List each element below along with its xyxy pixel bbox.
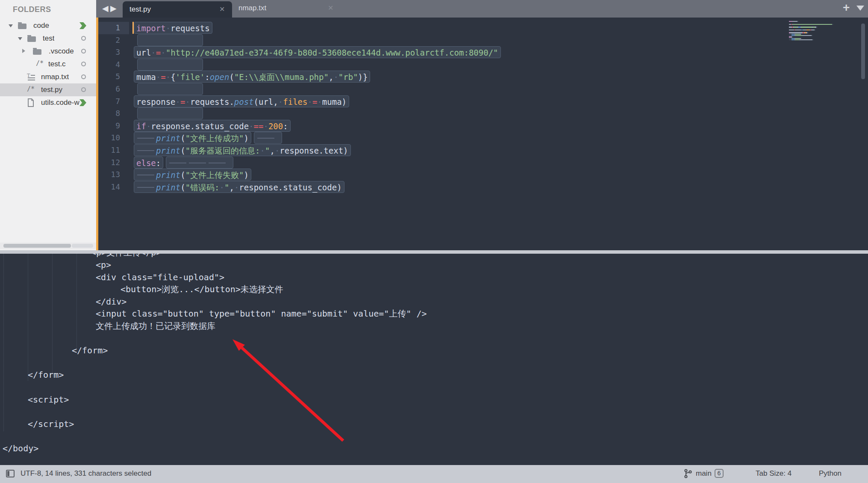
code-line[interactable]: [134, 83, 203, 95]
tab-size-status[interactable]: Tab Size: 4: [756, 469, 791, 478]
sidebar: FOLDERS codetest.vscode/*test.cTnmap.txt…: [0, 0, 96, 250]
disclosure-caret-icon[interactable]: [9, 24, 13, 27]
tab-bar: ◀ ▶ test.py ✕ nmap.txt ✕ +: [96, 0, 868, 18]
tab-overflow-menu-icon[interactable]: [856, 6, 864, 11]
close-icon[interactable]: ✕: [219, 5, 225, 13]
code-line[interactable]: [134, 34, 203, 46]
indent-guide: [28, 254, 28, 381]
text-caret: [132, 22, 134, 34]
tab-whitespace-marker: [136, 132, 156, 143]
sidebar-item-nmap-txt[interactable]: Tnmap.txt: [0, 71, 96, 83]
indent-guide: [77, 254, 77, 353]
folders-header: FOLDERS: [13, 5, 51, 14]
branch-count-badge: 6: [715, 469, 724, 478]
code-line[interactable]: muma·=·{'file':open("E:\\桌面\\muma.php",·…: [134, 71, 370, 83]
sidebar-item-label: nmap.txt: [41, 73, 69, 81]
folder-icon: [27, 36, 36, 42]
minimap-token: [795, 39, 799, 40]
sidebar-item-utils-code-w[interactable]: utils.code-w: [0, 96, 96, 109]
tab-test-py[interactable]: test.py ✕: [123, 1, 232, 18]
bottom-code-line-partial: <p>文件上传</p>: [91, 254, 161, 258]
sidebar-item-label: test.py: [41, 86, 62, 94]
sidebar-hscrollbar-thumb[interactable]: [3, 244, 71, 248]
code-line[interactable]: print("错误码:·",·response.status_code): [134, 181, 344, 193]
minimap-token: [801, 27, 812, 27]
sidebar-item-test[interactable]: test: [0, 32, 96, 45]
new-tab-button[interactable]: +: [843, 1, 850, 15]
sidebar-item-label: utils.code-w: [41, 98, 79, 107]
bottom-code-line[interactable]: <p>: [96, 259, 111, 271]
sidebar-item-test-py[interactable]: /*test.py: [0, 83, 96, 96]
unsaved-indicator-icon: [81, 49, 86, 53]
selection-box: [137, 107, 203, 119]
sidebar-item-test-c[interactable]: /*test.c: [0, 58, 96, 71]
syntax-status[interactable]: Python: [819, 469, 842, 478]
bottom-code-line[interactable]: <div class="file-upload">: [96, 271, 224, 283]
code-line[interactable]: print("文件上传成功"): [134, 132, 282, 144]
source-file-icon: /*: [36, 59, 44, 67]
selection-box: if·response.status_code·==·200:: [134, 120, 291, 132]
folder-icon: [18, 24, 26, 29]
line-number: 12: [99, 157, 120, 169]
line-number: 11: [99, 144, 120, 156]
line-number: 10: [99, 132, 120, 144]
tab-whitespace-marker: [136, 169, 156, 180]
line-number: 1: [99, 22, 120, 34]
sidebar-item-code[interactable]: code: [0, 19, 96, 32]
tab-nmap-txt[interactable]: nmap.txt ✕: [237, 0, 340, 18]
code-line[interactable]: import·requests: [134, 22, 212, 34]
goto-arrow-icon: [79, 22, 87, 31]
pane-divider[interactable]: [0, 250, 868, 254]
minimap-token: [800, 34, 801, 35]
bottom-code-line[interactable]: </div>: [96, 296, 127, 308]
git-branch-status[interactable]: main 6: [684, 468, 692, 481]
editor-pane[interactable]: 1234567891011121314 import·requestsurl·=…: [96, 18, 868, 250]
bottom-code-line[interactable]: </script>: [28, 418, 74, 430]
code-line[interactable]: print("文件上传失败"): [134, 169, 251, 181]
tab-whitespace-marker: [188, 157, 208, 168]
selection-box: print("文件上传成功"): [134, 132, 251, 144]
minimap-line: [789, 24, 833, 25]
bottom-code-line[interactable]: 文件上传成功！已记录到数据库: [96, 320, 215, 332]
code-line[interactable]: print("服务器返回的信息:·",·response.text): [134, 144, 351, 156]
line-number: 7: [99, 95, 120, 107]
code-line[interactable]: else:: [134, 157, 233, 169]
minimap[interactable]: [789, 21, 839, 43]
bottom-code-line[interactable]: <input class="button" type="button" name…: [96, 308, 427, 320]
code-line[interactable]: url·=·"http://e40a71ed-e374-46f9-b80d-53…: [134, 46, 501, 58]
nav-forward-icon[interactable]: ▶: [110, 3, 117, 13]
minimap-line: [789, 21, 799, 22]
sidebar-hscrollbar-thumb-secondary: [72, 244, 93, 248]
document-icon: [27, 98, 35, 109]
minimap-line: [789, 38, 802, 39]
minimap-token: [795, 35, 802, 36]
minimap-line: [789, 27, 818, 27]
minimap-line: [789, 30, 816, 30]
disclosure-caret-icon[interactable]: [22, 49, 25, 53]
sidebar-hscrollbar[interactable]: [0, 243, 96, 249]
bottom-code-line[interactable]: </form>: [28, 369, 64, 381]
text-file-icon: T: [27, 73, 35, 83]
bottom-code-line[interactable]: </body>: [3, 442, 38, 454]
selection-status: UTF-8, 14 lines, 331 characters selected: [21, 469, 151, 478]
minimap-token: [795, 30, 801, 30]
code-line[interactable]: [134, 107, 203, 119]
minimap-token: [811, 30, 815, 30]
line-number: 8: [99, 107, 120, 119]
code-line[interactable]: response·=·requests.post(url,·files·=·mu…: [134, 95, 349, 107]
code-line[interactable]: if·response.status_code·==·200:: [134, 120, 291, 132]
bottom-code-line[interactable]: </form>: [72, 344, 108, 356]
gutter-modified-bar: [96, 18, 98, 250]
minimap-token: [789, 30, 794, 30]
bottom-editor-pane[interactable]: <p>文件上传</p><p><div class="file-upload"><…: [0, 254, 868, 465]
bottom-code-line[interactable]: <button>浏览...</button>未选择文件: [121, 283, 283, 295]
editor-vscrollbar-thumb[interactable]: [861, 24, 865, 79]
bottom-code-line[interactable]: <script>: [28, 394, 69, 406]
code-line[interactable]: [134, 59, 203, 71]
minimap-line: [789, 32, 809, 33]
sidebar-item--vscode[interactable]: .vscode: [0, 45, 96, 58]
nav-back-icon[interactable]: ◀: [102, 3, 109, 13]
panel-toggle-icon[interactable]: [6, 470, 15, 477]
disclosure-caret-icon[interactable]: [18, 37, 22, 40]
close-icon[interactable]: ✕: [328, 4, 333, 12]
